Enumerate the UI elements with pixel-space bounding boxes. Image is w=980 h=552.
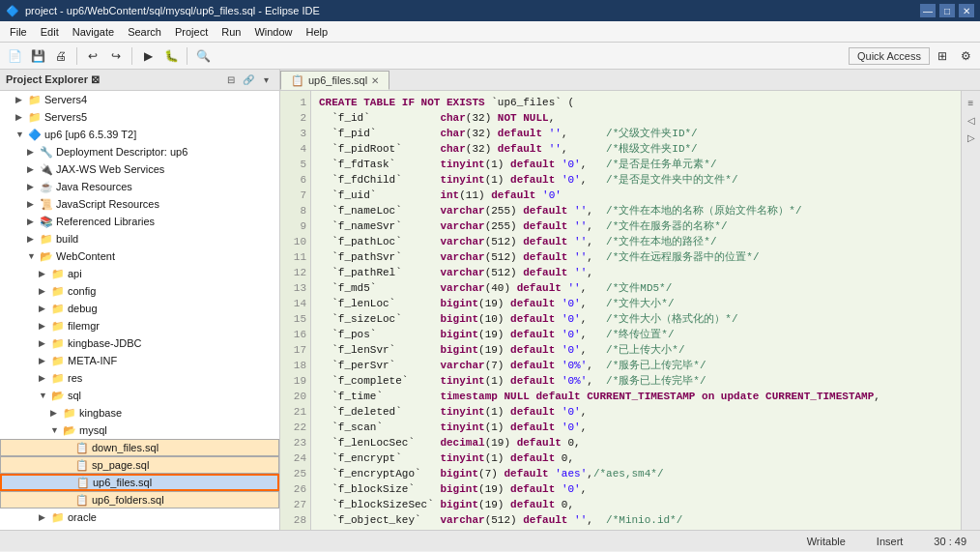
tree-item-java-resources[interactable]: ▶ ☕ Java Resources <box>0 178 279 195</box>
label-ref-libraries: Referenced Libraries <box>56 216 155 227</box>
arrow-ref-lib: ▶ <box>27 217 39 226</box>
arrow-kingbase-jdbc: ▶ <box>39 338 50 348</box>
label-servers5: Servers5 <box>44 111 87 123</box>
tree-item-debug[interactable]: ▶ 📁 debug <box>0 300 279 317</box>
sidebar-expand-btn[interactable]: ▷ <box>964 130 979 145</box>
code-editor[interactable]: CREATE TABLE IF NOT EXISTS `up6_files` (… <box>311 91 961 530</box>
sidebar-collapse-btn[interactable]: ◁ <box>964 112 979 128</box>
tree-item-down-files-sql[interactable]: 📋 down_files.sql <box>0 439 279 456</box>
editor-content: 12345 678910 1112131415 1617181920 21222… <box>280 91 980 530</box>
service-icon: 🔌 <box>39 161 54 177</box>
java-icon: ☕ <box>39 179 54 194</box>
tree-item-ref-libraries[interactable]: ▶ 📚 Referenced Libraries <box>0 213 279 230</box>
panel-header-buttons[interactable]: ⊟ 🔗 ▾ <box>223 73 274 88</box>
label-jaxws: JAX-WS Web Services <box>56 163 164 175</box>
folder-icon-servers5: 📁 <box>27 109 43 125</box>
sql-icon-up6-folders: 📋 <box>74 492 90 508</box>
label-res: res <box>68 372 82 384</box>
label-up6-files-sql: up6_files.sql <box>93 477 152 488</box>
label-postgresql: postgresql <box>68 529 117 530</box>
tree-item-up6[interactable]: ▼ 🔷 up6 [up6 6.5.39 T2] <box>0 126 279 143</box>
menu-file[interactable]: File <box>4 24 33 40</box>
toolbar-redo[interactable]: ↪ <box>105 45 127 67</box>
tree-item-mysql[interactable]: ▼ 📂 mysql <box>0 421 279 439</box>
tree-item-filemgr[interactable]: ▶ 📁 filemgr <box>0 317 279 334</box>
maximize-button[interactable]: □ <box>939 4 955 17</box>
close-button[interactable]: ✕ <box>959 4 974 17</box>
minimize-button[interactable]: — <box>920 4 936 17</box>
toolbar-save[interactable]: 💾 <box>27 45 48 67</box>
menu-search[interactable]: Search <box>122 24 167 40</box>
label-mysql: mysql <box>79 424 107 436</box>
project-tree[interactable]: ▶ 📁 Servers4 ▶ 📁 Servers5 ▼ 🔷 up6 [up6 6… <box>0 91 279 530</box>
collapse-all-button[interactable]: ⊟ <box>223 73 239 88</box>
tree-item-servers4[interactable]: ▶ 📁 Servers4 <box>0 91 279 108</box>
tree-item-javascript[interactable]: ▶ 📜 JavaScript Resources <box>0 195 279 213</box>
toolbar-print[interactable]: 🖨 <box>50 45 72 67</box>
lib-icon: 📚 <box>39 214 54 229</box>
editor-panel: 📋 up6_files.sql ✕ 12345 678910 111213141… <box>280 70 980 530</box>
view-menu-button[interactable]: ▾ <box>258 73 274 88</box>
toolbar-separator-2 <box>131 47 132 65</box>
menu-edit[interactable]: Edit <box>35 24 65 40</box>
label-sql: sql <box>68 390 81 401</box>
toolbar-undo[interactable]: ↩ <box>82 45 103 67</box>
label-deployment: Deployment Descriptor: up6 <box>56 146 187 158</box>
tree-item-oracle[interactable]: ▶ 📁 oracle <box>0 508 279 526</box>
menu-help[interactable]: Help <box>301 24 334 40</box>
tree-item-kingbase-jdbc[interactable]: ▶ 📁 kingbase-JDBC <box>0 334 279 352</box>
tree-item-jaxws[interactable]: ▶ 🔌 JAX-WS Web Services <box>0 160 279 178</box>
tree-item-deployment[interactable]: ▶ 🔧 Deployment Descriptor: up6 <box>0 143 279 160</box>
project-explorer-title: Project Explorer ⊠ <box>6 73 100 86</box>
tree-item-postgresql[interactable]: ▶ 📁 postgresql <box>0 526 279 530</box>
toolbar-run[interactable]: ▶ <box>137 45 159 67</box>
menu-window[interactable]: Window <box>248 24 298 40</box>
toolbar-new[interactable]: 📄 <box>4 45 25 67</box>
arrow-deployment: ▶ <box>27 147 39 157</box>
menu-project[interactable]: Project <box>169 24 214 40</box>
tab-up6-files-sql[interactable]: 📋 up6_files.sql ✕ <box>280 71 389 90</box>
folder-icon-build: 📁 <box>39 231 54 247</box>
tree-item-res[interactable]: ▶ 📁 res <box>0 369 279 387</box>
arrow-servers5: ▶ <box>15 112 27 122</box>
tree-item-up6-files-sql[interactable]: 📋 up6_files.sql <box>0 474 279 491</box>
tree-item-servers5[interactable]: ▶ 📁 Servers5 <box>0 108 279 126</box>
tree-item-up6-folders-sql[interactable]: 📋 up6_folders.sql <box>0 491 279 508</box>
arrow-java: ▶ <box>27 182 39 191</box>
menu-navigate[interactable]: Navigate <box>67 24 120 40</box>
label-down-files-sql: down_files.sql <box>92 442 159 453</box>
toolbar-perspectives[interactable]: ⊞ <box>932 45 953 67</box>
label-oracle: oracle <box>68 511 97 523</box>
tab-close-up6-files[interactable]: ✕ <box>371 75 379 86</box>
toolbar-settings[interactable]: ⚙ <box>955 45 976 67</box>
tree-item-config[interactable]: ▶ 📁 config <box>0 282 279 300</box>
tree-item-build[interactable]: ▶ 📁 build <box>0 230 279 247</box>
sidebar-overview-btn[interactable]: ≡ <box>964 95 979 110</box>
folder-icon-postgresql: 📁 <box>50 527 66 530</box>
arrow-webcontent: ▼ <box>27 251 39 261</box>
menu-bar: File Edit Navigate Search Project Run Wi… <box>0 21 980 43</box>
arrow-res: ▶ <box>39 373 50 383</box>
menu-run[interactable]: Run <box>216 24 246 40</box>
label-webcontent: WebContent <box>56 250 115 262</box>
arrow-build: ▶ <box>27 234 39 244</box>
tree-item-webcontent[interactable]: ▼ 📂 WebContent <box>0 247 279 265</box>
tree-item-kingbase[interactable]: ▶ 📁 kingbase <box>0 404 279 421</box>
quick-access-button[interactable]: Quick Access <box>849 47 930 65</box>
app-icon: 🔷 <box>6 5 19 17</box>
tree-item-sp-page-sql[interactable]: 📋 sp_page.sql <box>0 456 279 474</box>
toolbar-search[interactable]: 🔍 <box>192 45 214 67</box>
link-with-editor-button[interactable]: 🔗 <box>241 73 256 88</box>
sql-icon-sp-page: 📋 <box>74 457 90 473</box>
window-controls[interactable]: — □ ✕ <box>920 4 974 17</box>
toolbar-debug[interactable]: 🐛 <box>160 45 182 67</box>
deploy-icon: 🔧 <box>39 144 54 160</box>
tree-item-sql[interactable]: ▼ 📂 sql <box>0 387 279 404</box>
label-kingbase: kingbase <box>79 407 122 419</box>
folder-icon-res: 📁 <box>50 370 66 386</box>
tree-item-meta-inf[interactable]: ▶ 📁 META-INF <box>0 352 279 369</box>
editor-tabs: 📋 up6_files.sql ✕ <box>280 70 980 91</box>
window-title: project - up6/WebContent/sql/mysql/up6_f… <box>25 5 320 16</box>
tab-label-up6-files: up6_files.sql <box>308 74 367 86</box>
tree-item-api[interactable]: ▶ 📁 api <box>0 265 279 282</box>
